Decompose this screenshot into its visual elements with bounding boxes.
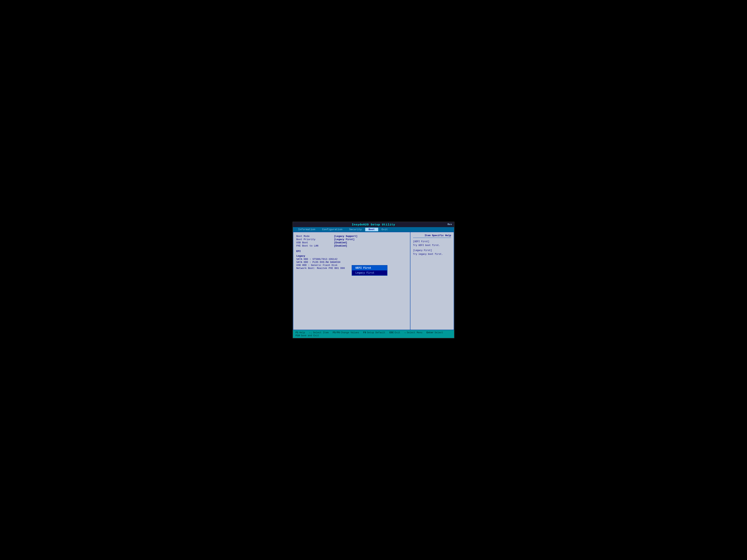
f1-desc: Help: [299, 331, 305, 334]
leftright-desc: Select Menu: [407, 331, 422, 334]
help-text: [UEFI First] Try UEFI boot first. [Legac…: [413, 240, 451, 256]
left-panel: Boot Mode [Legacy Support] Boot Priority…: [293, 232, 410, 330]
esc-desc: Exit: [394, 331, 400, 334]
help-line-4: Try legacy boot first.: [413, 252, 451, 256]
f9-desc: Setup Default: [367, 331, 385, 334]
bios-screen: InsydeH2O Setup Utility Rev Information …: [292, 222, 455, 338]
menu-exit[interactable]: Exit: [378, 228, 391, 231]
legacy-header: Legacy: [296, 255, 407, 258]
leftright-group: ↔ Select Menu: [404, 331, 422, 334]
help-line-3: [Legacy First]: [413, 248, 451, 252]
app-title: InsydeH2O Setup Utility: [352, 223, 395, 226]
menu-boot[interactable]: Boot: [365, 228, 378, 231]
f5f6-group: F5/F6 Change Values: [333, 331, 359, 334]
f5f6-key: F5/F6: [333, 331, 340, 334]
esc-group: ESC Exit: [389, 331, 401, 334]
esc-key: ESC: [389, 331, 394, 334]
f10-group: F10 Save and Exit: [295, 335, 319, 337]
pxe-boot-value[interactable]: [Enabled]: [334, 244, 347, 247]
pxe-boot-label: PXE Boot to LAN: [296, 244, 334, 247]
boot-priority-dropdown[interactable]: UEFI First Legacy First: [352, 265, 387, 276]
usb-boot-value[interactable]: [Enabled]: [334, 241, 347, 244]
leftright-icon: ↔: [404, 331, 406, 334]
usb-boot-row: USB Boot [Enabled]: [296, 241, 407, 244]
enter-desc: Select: [435, 331, 443, 334]
pxe-boot-row: PXE Boot to LAN [Enabled]: [296, 244, 407, 247]
menu-security[interactable]: Security: [346, 228, 365, 231]
help-line-1: [UEFI First]: [413, 240, 451, 243]
updown-group: ↑↓ Select Item: [309, 331, 329, 334]
f1-key: F1: [295, 331, 299, 334]
f9-group: F9 Setup Default: [363, 331, 385, 334]
bottom-bar: F1 Help ↑↓ Select Item F5/F6 Change Valu…: [293, 330, 454, 338]
enter-group: Enter Select: [427, 331, 443, 334]
right-panel: Item Specific Help [UEFI First] Try UEFI…: [410, 232, 454, 330]
boot-mode-value[interactable]: [Legacy Support]: [334, 235, 358, 238]
dropdown-uefi-first[interactable]: UEFI First: [352, 266, 387, 270]
boot-priority-label: Boot Priority: [296, 238, 334, 241]
boot-priority-value[interactable]: [Legacy First]: [334, 238, 355, 241]
title-bar: InsydeH2O Setup Utility Rev: [293, 222, 454, 227]
sata-odd-row: SATA ODD : PLDS DVD-RW DA8A5SH: [296, 261, 407, 264]
updown-desc: Select Item: [313, 331, 329, 334]
menu-configuration[interactable]: Configuration: [319, 228, 346, 231]
help-title: Item Specific Help: [413, 234, 451, 238]
enter-key: Enter: [427, 331, 434, 334]
boot-mode-row: Boot Mode [Legacy Support]: [296, 235, 407, 238]
main-content: Boot Mode [Legacy Support] Boot Priority…: [293, 232, 454, 330]
f10-key: F10: [295, 335, 300, 337]
f1-group: F1 Help: [295, 331, 305, 334]
boot-priority-row: Boot Priority [Legacy First]: [296, 238, 407, 241]
updown-icon: ↑↓: [309, 331, 312, 334]
dropdown-legacy-first[interactable]: Legacy First: [352, 270, 387, 275]
boot-mode-label: Boot Mode: [296, 235, 334, 238]
menu-bar: Information Configuration Security Boot …: [293, 227, 454, 232]
help-line-2: Try UEFI boot first.: [413, 243, 451, 247]
usb-boot-label: USB Boot: [296, 241, 334, 244]
f5f6-desc: Change Values: [341, 331, 359, 334]
menu-information[interactable]: Information: [295, 228, 319, 231]
f9-key: F9: [363, 331, 366, 334]
efi-header: EFI: [296, 250, 407, 253]
f10-desc: Save and Exit: [301, 335, 319, 337]
sata-hdd-row: SATA HDD : ST500LT012-1DG142: [296, 258, 407, 261]
rev-label: Rev: [447, 223, 452, 226]
